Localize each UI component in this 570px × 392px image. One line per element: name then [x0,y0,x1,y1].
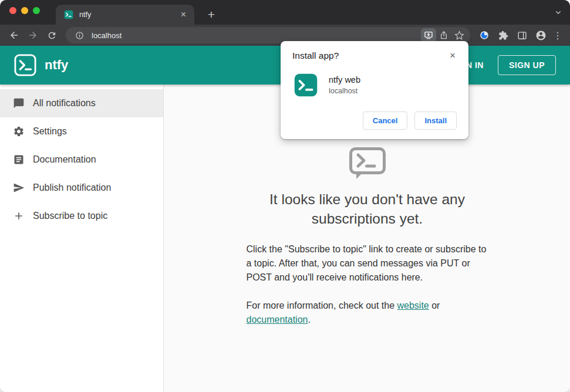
sidebar-item-all-notifications[interactable]: All notifications [0,89,163,117]
site-info-icon[interactable] [72,28,87,42]
browser-tab[interactable]: ntfy × [56,5,194,25]
back-button[interactable] [6,27,22,43]
sidebar: All notifications Settings Documentation… [0,85,164,392]
empty-intro-paragraph: Click the "Subscribe to topic" link to c… [247,242,488,285]
cancel-button[interactable]: Cancel [363,111,408,130]
empty-heading: It looks like you don't have any subscri… [247,190,488,228]
browser-menu-kebab-icon[interactable]: ⋮ [551,30,564,41]
tab-strip: ntfy × + [0,0,570,25]
new-tab-button[interactable]: + [203,6,220,23]
extension-icon[interactable] [476,27,493,43]
sidebar-item-settings[interactable]: Settings [0,117,163,146]
tab-close-icon[interactable]: × [178,9,188,21]
url-text: localhost [92,31,421,40]
window-controls [9,7,40,14]
dialog-title: Install app? [292,50,339,61]
sidebar-item-label: Publish notification [33,183,111,193]
forward-button[interactable] [25,27,41,43]
minimize-window-button[interactable] [21,7,28,14]
share-icon[interactable] [436,28,451,42]
tab-list-chevron-icon[interactable] [554,8,563,19]
bookmark-star-icon[interactable] [451,28,467,42]
close-window-button[interactable] [9,7,16,14]
empty-state: It looks like you don't have any subscri… [247,147,488,327]
tab-title: ntfy [79,11,178,19]
dialog-app-name: ntfy web [329,75,360,85]
plus-icon [13,210,25,222]
ntfy-logo [14,54,36,76]
install-app-icon[interactable] [421,28,436,42]
app-title: ntfy [45,58,68,73]
ntfy-favicon-icon [64,10,73,19]
sidebar-item-label: Subscribe to topic [33,211,107,221]
profile-avatar[interactable] [532,27,549,43]
dialog-app-origin: localhost [329,87,360,95]
more-prefix: For more information, check out the [247,300,397,310]
more-suffix: . [308,315,310,325]
sidebar-item-subscribe-to-topic[interactable]: Subscribe to topic [0,202,163,230]
sidebar-item-documentation[interactable]: Documentation [0,146,163,174]
empty-more-paragraph: For more information, check out the webs… [247,299,488,327]
browser-window: ntfy × + localhost [0,0,570,392]
install-button[interactable]: Install [414,111,457,130]
more-middle: or [429,300,440,310]
documentation-link[interactable]: documentation [247,315,308,325]
side-panel-icon[interactable] [514,27,530,43]
sidebar-item-label: All notifications [33,98,96,109]
intro-text: Click the "Subscribe to topic" link to c… [247,244,487,282]
sign-up-button[interactable]: SIGN UP [498,55,556,75]
install-app-dialog: Install app? × ntfy web localhost Cancel… [281,41,468,139]
send-icon [13,182,25,194]
sidebar-item-label: Settings [33,126,67,137]
sidebar-item-label: Documentation [33,154,96,165]
ntfy-empty-logo [247,147,488,181]
dialog-close-icon[interactable]: × [448,50,457,60]
sidebar-item-publish-notification[interactable]: Publish notification [0,174,163,202]
reload-button[interactable] [43,27,60,43]
document-icon [13,154,25,165]
zoom-window-button[interactable] [33,7,40,14]
ntfy-app-icon [294,73,318,97]
chat-bubble-icon [13,97,25,109]
gear-icon [13,126,25,137]
website-link[interactable]: website [397,300,429,310]
extensions-puzzle-icon[interactable] [495,27,511,43]
